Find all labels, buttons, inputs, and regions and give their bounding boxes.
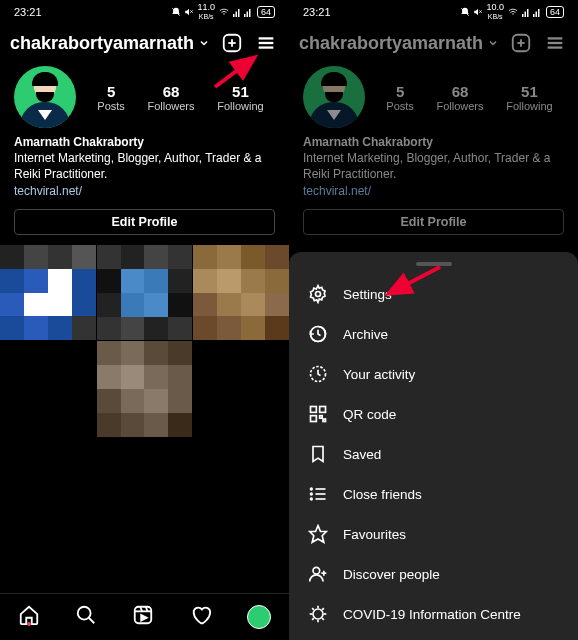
plus-square-icon (510, 32, 532, 54)
chevron-down-icon (198, 37, 210, 49)
create-button[interactable] (219, 30, 245, 56)
post-thumb[interactable] (0, 245, 96, 341)
nav-profile[interactable] (247, 605, 271, 629)
stat-posts[interactable]: 5Posts (386, 83, 414, 112)
svg-marker-21 (142, 615, 148, 621)
display-name: Amarnath Chakraborty (14, 134, 275, 150)
chevron-down-icon (487, 37, 499, 49)
menu-label: Discover people (343, 567, 440, 582)
svg-rect-43 (320, 416, 323, 419)
alarm-off-icon (171, 7, 181, 17)
reels-icon (132, 604, 154, 626)
post-empty (0, 341, 96, 437)
post-empty (193, 341, 289, 437)
menu-button[interactable] (253, 30, 279, 56)
stat-followers[interactable]: 68Followers (436, 83, 483, 112)
menu-covid[interactable]: COVID-19 Information Centre (289, 594, 578, 634)
svg-rect-25 (522, 14, 524, 17)
bio-text: Internet Marketing, Blogger, Author, Tra… (303, 150, 564, 182)
info-icon (308, 604, 328, 624)
bio-link[interactable]: techviral.net/ (303, 183, 564, 199)
svg-rect-42 (311, 416, 317, 422)
create-button[interactable] (508, 30, 534, 56)
signal-icon (522, 7, 530, 17)
status-time: 23:21 (303, 6, 331, 18)
bio-text: Internet Marketing, Blogger, Author, Tra… (14, 150, 275, 182)
menu-label: QR code (343, 407, 396, 422)
menu-saved[interactable]: Saved (289, 434, 578, 474)
stat-following[interactable]: 51Following (506, 83, 552, 112)
menu-activity[interactable]: Your activity (289, 354, 578, 394)
hamburger-icon (255, 32, 277, 54)
svg-point-49 (311, 493, 313, 495)
bottom-nav (0, 593, 289, 640)
avatar[interactable] (14, 66, 76, 128)
phone-left: 23:21 11.0KB/s 64 chakrabortyamarnath 5P… (0, 0, 289, 640)
nav-activity[interactable] (190, 604, 212, 630)
svg-rect-41 (320, 407, 326, 413)
battery-indicator: 64 (257, 6, 275, 18)
stat-posts[interactable]: 5Posts (97, 83, 125, 112)
svg-line-63 (322, 608, 324, 610)
post-thumb[interactable] (97, 341, 193, 437)
stats-row: 5Posts 68Followers 51Following (86, 83, 275, 112)
battery-indicator: 64 (546, 6, 564, 18)
bio-block: Amarnath Chakraborty Internet Marketing,… (289, 132, 578, 201)
status-right: 10.0KB/s 64 (460, 3, 564, 21)
svg-point-52 (313, 567, 320, 574)
nav-search[interactable] (75, 604, 97, 630)
menu-favourites[interactable]: Favourites (289, 514, 578, 554)
list-icon (308, 484, 328, 504)
username-dropdown[interactable]: chakrabortyamarnath (10, 33, 211, 54)
stats-row: 5Posts 68Followers 51Following (375, 83, 564, 112)
menu-label: COVID-19 Information Centre (343, 607, 521, 622)
status-right: 11.0KB/s 64 (171, 3, 275, 21)
gear-icon (308, 284, 328, 304)
status-time: 23:21 (14, 6, 42, 18)
menu-label: Favourites (343, 527, 406, 542)
profile-row: 5Posts 68Followers 51Following (0, 62, 289, 132)
posts-grid (0, 245, 289, 437)
menu-settings[interactable]: Settings (289, 274, 578, 314)
menu-label: Saved (343, 447, 381, 462)
menu-close-friends[interactable]: Close friends (289, 474, 578, 514)
net-speed: 10.0 (486, 2, 504, 12)
nav-reels[interactable] (132, 604, 154, 630)
svg-rect-7 (246, 12, 248, 18)
notification-dot (27, 622, 31, 626)
status-bar: 23:21 11.0KB/s 64 (0, 0, 289, 24)
signal-icon (233, 7, 241, 17)
nav-home[interactable] (18, 604, 40, 630)
sheet-handle[interactable] (416, 262, 452, 266)
avatar[interactable] (303, 66, 365, 128)
svg-line-16 (89, 618, 95, 624)
star-icon (308, 524, 328, 544)
menu-sheet: Settings Archive Your activity QR code S… (289, 252, 578, 640)
menu-qr[interactable]: QR code (289, 394, 578, 434)
menu-discover[interactable]: Discover people (289, 554, 578, 594)
svg-rect-4 (235, 12, 237, 18)
status-bar: 23:21 10.0KB/s 64 (289, 0, 578, 24)
wifi-icon (507, 7, 519, 17)
profile-row: 5Posts 68Followers 51Following (289, 62, 578, 132)
username-dropdown[interactable]: chakrabortyamarnath (299, 33, 500, 54)
menu-archive[interactable]: Archive (289, 314, 578, 354)
svg-rect-30 (538, 9, 540, 17)
bio-link[interactable]: techviral.net/ (14, 183, 275, 199)
svg-rect-8 (249, 9, 251, 17)
stat-following[interactable]: 51Following (217, 83, 263, 112)
menu-label: Close friends (343, 487, 422, 502)
bio-block: Amarnath Chakraborty Internet Marketing,… (0, 132, 289, 201)
edit-profile-button[interactable]: Edit Profile (303, 209, 564, 235)
stat-followers[interactable]: 68Followers (147, 83, 194, 112)
svg-line-62 (312, 618, 314, 620)
post-thumb[interactable] (97, 245, 193, 341)
post-thumb[interactable] (193, 245, 289, 341)
svg-point-55 (313, 609, 323, 619)
svg-rect-5 (238, 9, 240, 17)
mute-icon (473, 7, 483, 17)
menu-button[interactable] (542, 30, 568, 56)
clock-icon (308, 324, 328, 344)
svg-point-37 (316, 292, 321, 297)
edit-profile-button[interactable]: Edit Profile (14, 209, 275, 235)
